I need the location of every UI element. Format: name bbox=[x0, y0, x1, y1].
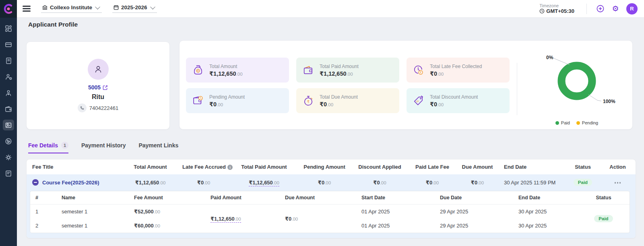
institute-selector[interactable]: Collexo Institute bbox=[41, 4, 102, 13]
installment-paid-amount[interactable]: ₹1,12,650.00 bbox=[211, 216, 241, 223]
institute-name: Collexo Institute bbox=[50, 4, 92, 10]
sidebar-item-payments[interactable] bbox=[3, 39, 14, 50]
tile-label: Total Late Fee Collected bbox=[430, 64, 482, 69]
institute-icon bbox=[42, 4, 48, 10]
installments-table: # Name Fee Amount Paid Amount Due Amount… bbox=[30, 191, 630, 233]
student-icon bbox=[4, 89, 12, 97]
tile-label: Pending Amount bbox=[209, 94, 245, 100]
tile-total-amount: ₹ Total Amount ₹1,12,650.00 bbox=[186, 58, 289, 83]
tile-amount: ₹0 bbox=[209, 101, 217, 107]
session-selector[interactable]: 2025-2026 bbox=[112, 4, 157, 13]
dashboard-icon bbox=[4, 25, 12, 33]
sidebar-item-wallet[interactable] bbox=[3, 103, 14, 114]
tab-payment-history[interactable]: Payment History bbox=[81, 142, 126, 153]
sidebar-item-students[interactable] bbox=[3, 87, 14, 98]
pending-slice-label: 0% bbox=[546, 55, 553, 60]
sidebar-item-settings[interactable] bbox=[3, 152, 14, 163]
settings-button[interactable]: ⚙ bbox=[610, 4, 621, 14]
svg-text:₹: ₹ bbox=[420, 71, 422, 74]
quick-add-button[interactable] bbox=[595, 4, 605, 14]
page-title: Applicant Profile bbox=[28, 21, 78, 28]
tile-total-due-amount: ₹ Total Due Amount ₹0.00 bbox=[296, 88, 399, 113]
applicant-id-row: 5005 bbox=[88, 84, 108, 91]
tile-label: Total Due Amount bbox=[320, 94, 358, 100]
collections-icon bbox=[4, 137, 12, 145]
fee-details-table-card: Fee Title Total Amount Late Fee Accruedi… bbox=[26, 159, 636, 238]
clock-coin-icon: ₹ bbox=[412, 64, 425, 76]
sidebar-item-ledger[interactable] bbox=[3, 55, 14, 66]
chevron-down-icon bbox=[150, 4, 155, 10]
col-late-fee-accrued: Late Fee Accruedi bbox=[178, 159, 230, 174]
tile-pending-amount: Pending Amount ₹0.00 bbox=[186, 88, 289, 113]
collexo-logo-icon bbox=[3, 4, 14, 14]
end-date-value: 30 Apr 2025 11:59 PM bbox=[499, 174, 566, 190]
topbar: Collexo Institute 2025-2026 Timezone GMT… bbox=[17, 0, 644, 18]
legend-pending[interactable]: Pending bbox=[576, 120, 598, 125]
applicant-phone: 7404222461 bbox=[89, 105, 118, 111]
fee-details-table: Fee Title Total Amount Late Fee Accruedi… bbox=[27, 159, 636, 190]
col-start-date: Start Date bbox=[356, 191, 435, 205]
fee-details-count-badge: 1 bbox=[61, 142, 68, 149]
col-name: Name bbox=[56, 191, 129, 205]
ledger-icon bbox=[4, 57, 12, 65]
tab-fee-details[interactable]: Fee Details 1 bbox=[28, 142, 68, 153]
col-discount-applied: Discount Applied bbox=[351, 159, 409, 174]
sidebar bbox=[0, 0, 17, 246]
applicant-avatar bbox=[88, 59, 109, 80]
applicant-profile-card: 5005 Ritu 7404222461 bbox=[26, 41, 170, 130]
total-paid-amount-value[interactable]: ₹1,12,650.00 bbox=[249, 180, 279, 186]
tile-label: Total Paid Amount bbox=[320, 64, 359, 69]
hamburger-menu-button[interactable] bbox=[23, 4, 31, 13]
money-bag-icon: ₹ bbox=[192, 64, 204, 76]
sidebar-item-dashboard[interactable] bbox=[3, 23, 14, 34]
installments-expanded-region: # Name Fee Amount Paid Amount Due Amount… bbox=[27, 190, 636, 238]
user-gear-icon bbox=[4, 73, 12, 81]
col-num: # bbox=[30, 191, 56, 205]
external-link-icon[interactable] bbox=[103, 85, 108, 90]
app-viewport: Collexo Institute 2025-2026 Timezone GMT… bbox=[0, 0, 644, 246]
chevron-down-icon bbox=[95, 4, 100, 10]
sidebar-item-user-admin[interactable] bbox=[3, 71, 14, 82]
wallet-icon bbox=[4, 105, 12, 113]
installment-row-1: 1 semester 1 ₹52,500.00 ₹1,12,650.00 ₹0.… bbox=[30, 205, 630, 219]
sidebar-item-reports[interactable] bbox=[3, 168, 14, 179]
fee-table-header-row: Fee Title Total Amount Late Fee Accruedi… bbox=[27, 159, 636, 174]
col-total-amount: Total Amount bbox=[123, 159, 178, 174]
col-paid-amount: Paid Amount bbox=[205, 191, 280, 205]
divider bbox=[586, 4, 587, 14]
person-icon bbox=[93, 64, 103, 74]
fee-summary-card: ₹ Total Amount ₹1,12,650.00 Total Paid A… bbox=[179, 40, 633, 130]
sidebar-item-fees[interactable] bbox=[3, 120, 14, 130]
collapse-row-button[interactable] bbox=[32, 179, 39, 186]
row-actions-button[interactable] bbox=[615, 182, 621, 184]
pending-legend-dot bbox=[576, 121, 580, 125]
installment-status-badge: Paid bbox=[594, 215, 613, 222]
stopwatch-rupee-icon: ₹ bbox=[302, 94, 315, 107]
tile-amount: ₹1,12,650 bbox=[320, 70, 347, 77]
tile-amount: ₹1,12,650 bbox=[209, 70, 236, 77]
discount-tag-icon: % bbox=[412, 94, 425, 107]
gear-icon: ⚙ bbox=[612, 5, 619, 12]
paid-slice-label: 100% bbox=[603, 99, 615, 104]
col-due-amount: Due Amount bbox=[456, 159, 499, 174]
tile-amount: ₹0 bbox=[430, 101, 437, 107]
applicant-phone-row: 7404222461 bbox=[78, 103, 118, 112]
detail-tabs: Fee Details 1 Payment History Payment Li… bbox=[28, 142, 178, 153]
applicant-id[interactable]: 5005 bbox=[88, 84, 101, 91]
sidebar-item-collections[interactable] bbox=[3, 136, 14, 147]
collexo-logo[interactable] bbox=[0, 0, 17, 18]
tab-payment-links[interactable]: Payment Links bbox=[138, 142, 178, 153]
legend-paid[interactable]: Paid bbox=[555, 120, 570, 125]
user-avatar[interactable]: R bbox=[626, 3, 638, 14]
col-total-paid-amount: Total Paid Amount bbox=[230, 159, 298, 174]
timezone-value: GMT+05:30 bbox=[546, 8, 574, 14]
summary-tiles: ₹ Total Amount ₹1,12,650.00 Total Paid A… bbox=[186, 58, 510, 113]
tile-label: Total Amount bbox=[209, 64, 243, 69]
phone-icon bbox=[78, 103, 87, 112]
info-icon[interactable]: i bbox=[227, 165, 233, 170]
settings-icon bbox=[4, 153, 12, 161]
fee-title-link[interactable]: Course Fee(2025-2026) bbox=[42, 180, 99, 186]
svg-text:₹: ₹ bbox=[307, 100, 310, 104]
tile-total-late-fee-collected: ₹ Total Late Fee Collected ₹0.00 bbox=[407, 58, 510, 83]
timezone-label: Timezone bbox=[539, 3, 574, 8]
